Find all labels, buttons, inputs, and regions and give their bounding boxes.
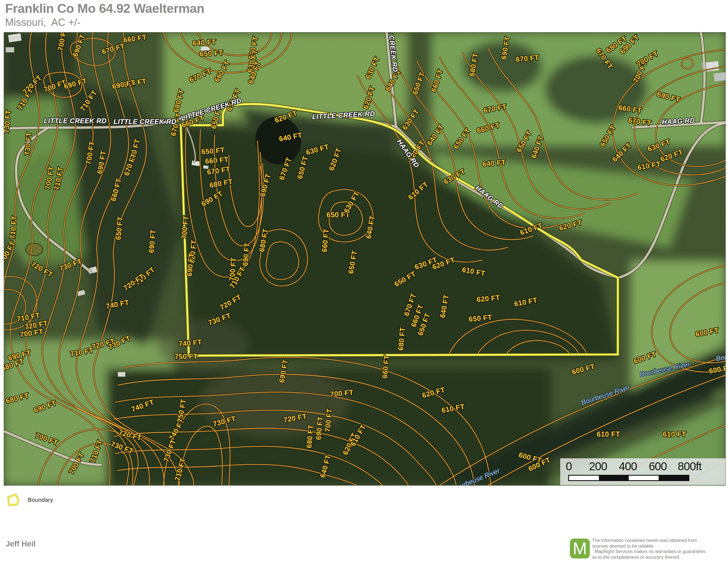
contour-label: 610 FT <box>663 430 686 438</box>
disclaimer-line: sources deemed to be reliable. <box>592 543 726 549</box>
disclaimer-line: MapRight Services makes no warranties or… <box>592 549 726 554</box>
disclaimer-line: The information contained herein was obt… <box>592 538 726 543</box>
scale-tick: 200 <box>589 460 607 473</box>
page-subtitle: Missouri, AC +/- <box>5 16 80 28</box>
map-canvas: 700 FT690 FT670 FT660 FT640 FT650 FT620 … <box>4 32 725 485</box>
page: Franklin Co Mo 64.92 Waelterman Missouri… <box>0 0 728 563</box>
road-label: LITTLE CREEK RD <box>44 117 107 125</box>
map-svg: 700 FT690 FT670 FT660 FT640 FT650 FT620 … <box>4 32 725 485</box>
legend-label: Boundary <box>28 497 53 503</box>
contour-label: 640 FT <box>193 38 216 47</box>
boundary-swatch-icon <box>6 493 20 506</box>
legend: Boundary <box>6 493 53 506</box>
contour-label: 650 FT <box>200 49 224 58</box>
road-label: LITTLE CREEK RD <box>113 118 176 125</box>
contour-label: 610 FT <box>597 430 620 438</box>
scale-bar: 0 200 400 600 800ft <box>560 458 725 485</box>
scale-tick: 0 <box>566 460 572 473</box>
small-pond <box>26 243 43 256</box>
scale-tick: 600 <box>649 460 667 473</box>
author-name: Jeff Heil <box>6 540 36 548</box>
contour-label: 750 FT <box>175 353 198 361</box>
page-title: Franklin Co Mo 64.92 Waelterman <box>5 1 204 16</box>
disclaimer-line: as to the completeness or accuracy there… <box>592 554 726 560</box>
scale-tick: 800ft <box>678 460 702 473</box>
disclaimer: The information contained herein was obt… <box>592 538 726 560</box>
scale-tick: 400 <box>619 460 637 473</box>
scale-bar-segments <box>568 475 689 481</box>
mapright-logo: M <box>570 539 590 558</box>
